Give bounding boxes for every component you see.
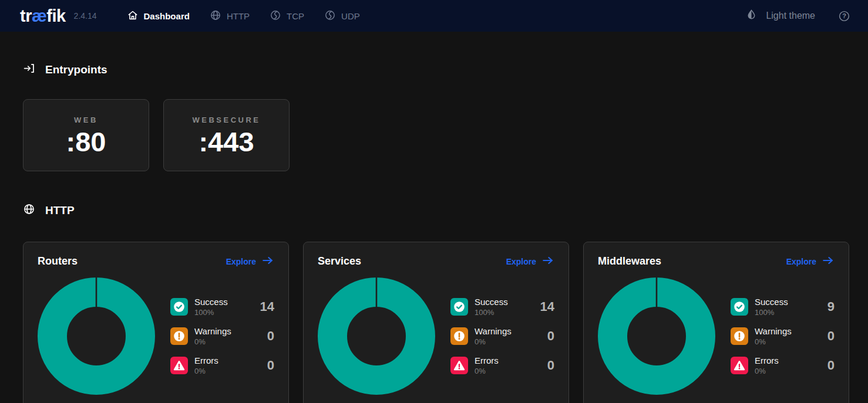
sign-in-icon [23, 62, 35, 77]
stat-percent: 0% [755, 338, 792, 346]
logo-ae: æ [32, 6, 46, 25]
stat-percent: 0% [475, 367, 499, 375]
logo-text: fik [46, 6, 65, 25]
nav-item-dashboard[interactable]: Dashboard [117, 0, 200, 32]
entrypoint-name: WEBSECURE [192, 116, 260, 124]
stat-row-success: Success100% 9 [731, 298, 835, 316]
stat-label: Errors [194, 356, 218, 366]
stat-row-errors: Errors0% 0 [450, 357, 554, 374]
check-circle-icon [731, 298, 748, 316]
middlewares-card: Middlewares Explore [583, 242, 849, 403]
warning-triangle-icon [731, 357, 748, 374]
entrypoint-name: WEB [74, 116, 98, 124]
svg-text:?: ? [842, 12, 846, 19]
stats-list: Success100% 9 Warnings0% 0 [731, 298, 835, 374]
card-body: Success100% 14 Warnings0% 0 [318, 277, 554, 395]
stat-row-warnings: Warnings0% 0 [731, 327, 835, 345]
stat-value: 9 [827, 299, 835, 314]
stat-label: Success [755, 297, 788, 307]
stat-value: 0 [547, 358, 554, 373]
warning-triangle-icon [450, 357, 468, 374]
arrow-right-icon [541, 254, 554, 269]
check-circle-icon [450, 298, 468, 316]
theme-toggle-label: Light theme [766, 11, 815, 21]
main-content: Entrypoints WEB :80 WEBSECURE :443 HTTP … [0, 32, 868, 403]
stat-label: Errors [755, 356, 779, 366]
explore-label: Explore [506, 257, 536, 266]
explore-services-link[interactable]: Explore [506, 254, 554, 269]
stat-row-success: Success100% 14 [170, 298, 274, 316]
check-circle-icon [170, 298, 188, 316]
stat-row-warnings: Warnings0% 0 [170, 327, 274, 345]
arrow-right-icon [261, 254, 274, 269]
stat-label: Warnings [475, 327, 512, 337]
http-heading: HTTP [23, 203, 849, 218]
nav-item-label: Dashboard [144, 11, 190, 21]
stat-value: 14 [260, 299, 274, 314]
nav-item-label: HTTP [227, 11, 250, 21]
stat-label: Success [194, 297, 228, 307]
entrypoint-port: :80 [66, 128, 106, 155]
top-navbar: træfik 2.4.14 Dashboard HTTP [0, 0, 868, 32]
card-body: Success100% 9 Warnings0% 0 [598, 277, 835, 395]
entrypoints-heading: Entrypoints [23, 32, 849, 77]
stat-label: Success [475, 297, 508, 307]
stat-value: 14 [540, 299, 554, 314]
http-cards: Routers Explore [23, 242, 849, 403]
card-title: Services [318, 255, 361, 267]
stat-row-errors: Errors0% 0 [731, 357, 835, 374]
routers-donut-chart [38, 277, 155, 395]
nav-item-http[interactable]: HTTP [200, 0, 260, 32]
routers-card: Routers Explore [23, 242, 289, 403]
protocol-icon [270, 9, 281, 23]
navbar-right: Light theme ? [745, 9, 850, 23]
explore-label: Explore [226, 257, 256, 266]
entrypoint-card-web: WEB :80 [23, 99, 149, 171]
stat-label: Warnings [755, 327, 792, 337]
help-icon[interactable]: ? [838, 10, 850, 22]
explore-label: Explore [786, 257, 816, 266]
home-icon [127, 9, 139, 23]
card-header: Routers Explore [38, 254, 274, 269]
contrast-droplet-icon [745, 9, 758, 23]
logo-text: tr [20, 6, 32, 25]
explore-routers-link[interactable]: Explore [226, 254, 274, 269]
stats-list: Success100% 14 Warnings0% 0 [450, 298, 554, 374]
entrypoint-cards: WEB :80 WEBSECURE :443 [23, 99, 849, 171]
stat-row-errors: Errors0% 0 [170, 357, 274, 374]
explore-middlewares-link[interactable]: Explore [786, 254, 835, 269]
exclamation-circle-icon [170, 327, 188, 345]
stat-value: 0 [267, 329, 274, 344]
version-label: 2.4.14 [74, 11, 97, 21]
stat-percent: 0% [194, 367, 218, 375]
stat-percent: 100% [755, 309, 788, 316]
stat-row-success: Success100% 14 [450, 298, 554, 316]
entrypoint-card-websecure: WEBSECURE :443 [163, 99, 290, 171]
warning-triangle-icon [170, 357, 188, 374]
protocol-icon [324, 9, 336, 23]
exclamation-circle-icon [731, 327, 748, 345]
arrow-right-icon [822, 254, 835, 269]
stat-value: 0 [267, 358, 274, 373]
stat-label: Errors [475, 356, 499, 366]
stat-percent: 100% [475, 309, 508, 316]
entrypoints-title: Entrypoints [45, 63, 107, 76]
theme-toggle[interactable]: Light theme [745, 9, 815, 23]
stat-percent: 0% [475, 338, 512, 346]
stat-value: 0 [547, 329, 554, 344]
entrypoint-port: :443 [199, 128, 254, 155]
stat-value: 0 [827, 358, 835, 373]
traefik-logo[interactable]: træfik [20, 8, 66, 25]
middlewares-donut-chart [598, 277, 715, 395]
nav-item-label: UDP [341, 11, 360, 21]
card-body: Success100% 14 Warnings0% 0 [38, 277, 274, 395]
stats-list: Success100% 14 Warnings0% 0 [170, 298, 274, 374]
nav-item-udp[interactable]: UDP [314, 0, 370, 32]
stat-percent: 100% [194, 309, 228, 316]
stat-label: Warnings [194, 327, 231, 337]
nav-item-tcp[interactable]: TCP [260, 0, 314, 32]
card-header: Middlewares Explore [598, 254, 835, 269]
nav-items: Dashboard HTTP TCP UDP [117, 0, 370, 32]
services-donut-chart [318, 277, 435, 395]
globe-icon [23, 203, 35, 218]
